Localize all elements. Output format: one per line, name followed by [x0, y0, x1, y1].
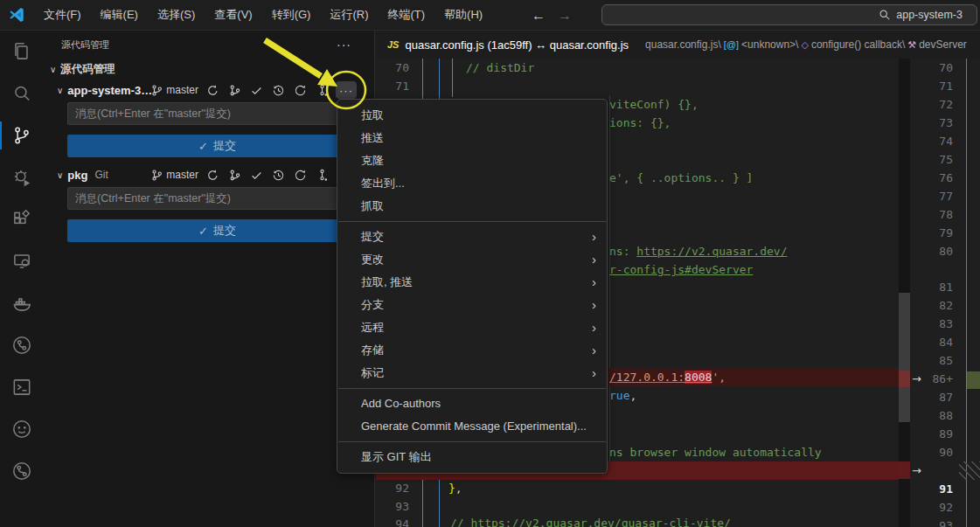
menu-item-show-git-output[interactable]: 显示 GIT 输出 [337, 446, 607, 468]
repo-name: pkg [67, 169, 87, 182]
activity-source-control[interactable] [0, 114, 44, 156]
menubar-item-5[interactable]: 运行(R) [320, 3, 378, 26]
line-number: 94 [376, 515, 409, 527]
line-number: 89 [910, 425, 953, 443]
activity-search[interactable] [0, 73, 44, 114]
scrollbar-thumb[interactable] [899, 293, 910, 422]
menu-item-label: 显示 GIT 输出 [361, 446, 432, 468]
source-control-icon [10, 124, 33, 147]
commit-graph-button[interactable] [314, 82, 330, 98]
menu-item-branch[interactable]: 分支› [337, 294, 607, 316]
repo-row-app-system-3[interactable]: ∨app-system-3…master··· [44, 80, 374, 101]
menu-item-changes[interactable]: 更改› [337, 248, 607, 271]
checkout-branch-button[interactable]: master [150, 84, 198, 97]
gitlens-icon [10, 334, 33, 357]
line-number: 78 [910, 205, 953, 224]
activity-github-actions[interactable] [0, 408, 44, 450]
code-line: // distDir [466, 59, 534, 77]
javascript-file-icon: JS [387, 39, 399, 50]
menu-item-fetch[interactable]: 抓取 [337, 195, 607, 218]
line-number: 72 [910, 95, 953, 114]
commits-icon [316, 84, 329, 97]
sync-changes-button[interactable] [205, 167, 220, 183]
source-control-button[interactable] [226, 82, 242, 98]
menubar-item-1[interactable]: 编辑(E) [91, 3, 148, 26]
diff-change-arrow-icon[interactable]: → [912, 370, 921, 388]
activity-remote-explorer[interactable] [0, 240, 44, 282]
back-arrow-icon[interactable]: ← [532, 8, 546, 24]
line-number: 93 [376, 497, 409, 516]
pane-more-button[interactable]: ··· [337, 38, 351, 52]
chevron-right-icon: › [592, 339, 596, 362]
line-number: 76 [910, 169, 953, 187]
code-token: , [629, 389, 636, 402]
overview-diff-mark [899, 371, 910, 387]
breadcrumb: quasar.config.js\[@]<unknown>\◇configure… [645, 38, 967, 51]
refresh-button[interactable] [292, 167, 308, 183]
menubar-item-0[interactable]: 文件(F) [34, 3, 91, 26]
menu-item-commit[interactable]: 提交› [337, 225, 607, 248]
menu-item-add-co-authors[interactable]: Add Co-authors [337, 392, 607, 415]
source-control-button[interactable] [226, 167, 242, 183]
commit-check-button[interactable] [248, 82, 264, 98]
menubar-item-3[interactable]: 查看(V) [205, 3, 261, 26]
forward-arrow-icon[interactable]: → [558, 8, 572, 24]
diff-change-arrow-icon[interactable]: → [912, 461, 921, 480]
breadcrumb-segment[interactable]: <unknown>\ [741, 38, 798, 51]
repo-provider-label: Git [94, 169, 108, 181]
commit-graph-button[interactable] [314, 167, 330, 183]
history-button[interactable] [270, 82, 286, 98]
activity-explorer[interactable] [0, 31, 44, 73]
breadcrumb-segment[interactable]: configure() callback\ [811, 38, 905, 51]
code-token: rue [609, 389, 629, 402]
git-graph-icon [10, 460, 33, 482]
menubar-item-4[interactable]: 转到(G) [262, 3, 321, 26]
activity-git-graph[interactable] [0, 450, 44, 492]
branch-name: master [166, 169, 198, 181]
menubar-item-6[interactable]: 终端(T) [378, 3, 434, 26]
activity-gitlens[interactable] [0, 324, 44, 366]
menu-item-push[interactable]: 推送 [337, 127, 607, 149]
menu-item-checkout-to[interactable]: 签出到... [337, 172, 607, 195]
breadcrumb-segment[interactable]: devServer [919, 38, 967, 51]
line-number: 93 [910, 517, 953, 527]
menu-item-pull[interactable]: 拉取 [337, 104, 607, 127]
repo-more-actions-button[interactable]: ··· [336, 81, 357, 99]
symbol-field-icon: [@] [724, 39, 739, 50]
menu-item-pull-push[interactable]: 拉取, 推送› [337, 271, 607, 294]
repo-row-pkg[interactable]: ∨pkgGitmaster··· [44, 164, 374, 185]
code-line: // https://v2.quasar.dev/quasar-cli-vite… [450, 514, 731, 527]
commit-button[interactable]: ✓提交 [67, 219, 367, 242]
refresh-button[interactable] [292, 82, 308, 98]
scm-section-label: 源代码管理 [60, 62, 115, 77]
commit-message-input[interactable] [67, 102, 367, 125]
menu-item-clone[interactable]: 克隆 [337, 149, 607, 172]
menu-item-label: 提交 [361, 225, 384, 248]
activity-docker[interactable] [0, 282, 44, 324]
chevron-down-icon: ∨ [50, 65, 56, 74]
commit-check-button[interactable] [248, 167, 264, 183]
menu-item-tags[interactable]: 标记› [337, 362, 607, 385]
history-button[interactable] [270, 167, 286, 183]
menu-item-label: 更改 [361, 248, 384, 271]
activity-run-debug[interactable] [0, 156, 44, 198]
menu-item-remote[interactable]: 远程› [337, 316, 607, 339]
activity-extensions[interactable] [0, 198, 44, 240]
code-line: /127.0.0.1:8008', [609, 368, 726, 386]
commit-button[interactable]: ✓提交 [67, 135, 367, 157]
menubar-item-7[interactable]: 帮助(H) [434, 3, 492, 26]
sync-changes-button[interactable] [205, 82, 220, 98]
menu-item-stash[interactable]: 存储› [337, 339, 607, 362]
scm-providers-section[interactable]: ∨ 源代码管理 [44, 59, 374, 80]
activity-terminal[interactable] [0, 366, 44, 408]
diff-tab-title[interactable]: quasar.config.js (1ac59ff) ↔ quasar.conf… [405, 38, 629, 52]
breadcrumb-segment[interactable]: quasar.config.js\ [645, 38, 721, 51]
source-control-sidebar: 源代码管理 ··· ∨ 源代码管理 ∨app-system-3…master··… [44, 31, 374, 527]
line-number: 81 [910, 278, 953, 296]
checkout-branch-button[interactable]: master [150, 169, 198, 182]
menubar-item-2[interactable]: 选择(S) [148, 3, 205, 26]
commit-button-label: 提交 [213, 138, 236, 154]
command-center-search[interactable]: app-system-3 [601, 4, 977, 25]
commit-message-input[interactable] [67, 187, 367, 210]
menu-item-generate-commit-message[interactable]: Generate Commit Message (Experimental)..… [337, 415, 607, 438]
